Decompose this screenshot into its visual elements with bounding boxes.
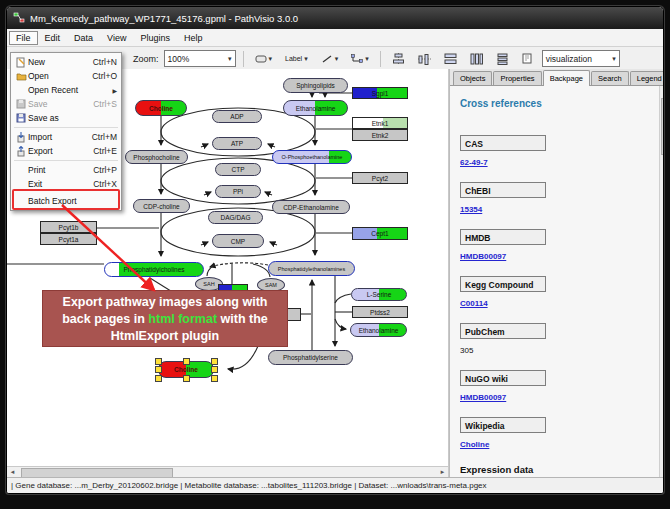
section-header-chebi: ChEBI xyxy=(460,182,546,198)
line-icon xyxy=(321,54,333,64)
node-choline[interactable]: Choline xyxy=(135,100,187,116)
node-cmp[interactable]: CMP xyxy=(212,234,264,248)
link-wikipedia[interactable]: Choline xyxy=(460,440,664,449)
menu-separator xyxy=(14,160,118,161)
node-ctp[interactable]: CTP xyxy=(215,163,261,176)
menu-data[interactable]: Data xyxy=(67,31,100,45)
link-chebi[interactable]: 15354 xyxy=(460,205,664,214)
menu-item-print[interactable]: Print Ctrl+P xyxy=(11,163,121,177)
datanode-button[interactable]: ▾ xyxy=(251,52,277,66)
node-l-serine[interactable]: L-Serine xyxy=(351,288,407,301)
side-panel-tabs: Objects Properties Backpage Search Legen… xyxy=(450,69,664,86)
submenu-arrow-icon: ▶ xyxy=(112,87,117,94)
menu-item-save-as[interactable]: Save as xyxy=(11,111,121,125)
selection-handle[interactable] xyxy=(211,375,218,382)
label-button[interactable]: Label ▾ xyxy=(281,53,312,65)
gene-pcyt2[interactable]: Pcyt2 xyxy=(352,172,408,184)
annotation-callout: Export pathway images along with back pa… xyxy=(42,290,288,347)
menu-item-label: Open Recent xyxy=(28,85,112,95)
tab-properties[interactable]: Properties xyxy=(493,71,541,85)
gene-etnk1[interactable]: Etnk1 xyxy=(352,117,408,129)
gene-pcyt1b[interactable]: Pcyt1b xyxy=(40,221,97,233)
menu-item-new[interactable]: New Ctrl+N xyxy=(11,55,121,69)
backpage-panel: Cross references CAS 62-49-7 ChEBI 15354… xyxy=(450,86,664,478)
link-hmdb[interactable]: HMDB00097 xyxy=(460,252,664,261)
menu-item-shortcut: Ctrl+S xyxy=(93,99,117,109)
panel-scrollbar[interactable] xyxy=(659,86,664,478)
node-ethanolamine-2[interactable]: Ethanolamine xyxy=(350,323,407,337)
common-height-button[interactable] xyxy=(466,51,487,67)
gene-ptdss2[interactable]: Ptdss2 xyxy=(352,306,408,318)
scroll-right-arrow[interactable]: ► xyxy=(437,468,448,477)
zoom-combobox[interactable]: 100% ▾ xyxy=(164,50,236,67)
selection-handle[interactable] xyxy=(211,366,218,373)
selection-handle[interactable] xyxy=(155,358,162,365)
link-nugo[interactable]: HMDB00097 xyxy=(460,393,664,402)
chevron-down-icon[interactable]: ▾ xyxy=(228,55,232,63)
node-ethanolamine[interactable]: Ethanolamine xyxy=(283,100,348,116)
node-atp[interactable]: ATP xyxy=(212,137,262,150)
menu-item-label: Save as xyxy=(28,113,117,123)
link-kegg[interactable]: C00114 xyxy=(460,299,664,308)
node-dag[interactable]: DAG/DAG xyxy=(208,211,263,224)
node-phosphatidylethanolamines[interactable]: Phosphatidylethanolamines xyxy=(268,261,355,276)
stack-button[interactable] xyxy=(492,51,513,67)
menu-edit[interactable]: Edit xyxy=(38,31,68,45)
menu-item-label: Export xyxy=(28,146,93,156)
export-icon xyxy=(14,146,28,157)
menu-item-export[interactable]: Export Ctrl+E xyxy=(11,144,121,158)
menu-item-shortcut: Ctrl+P xyxy=(93,165,117,175)
node-phosphocholine[interactable]: Phosphocholine xyxy=(125,150,188,164)
selection-handle[interactable] xyxy=(183,375,190,382)
node-phosphatidylserine[interactable]: Phosphatidylserine xyxy=(268,350,353,365)
tab-search[interactable]: Search xyxy=(591,71,629,85)
menu-file[interactable]: File xyxy=(9,31,38,45)
node-o-phosphoethanolamine[interactable]: O-Phosphoethanolamine xyxy=(272,150,352,164)
menu-item-save: Save Ctrl+S xyxy=(11,97,121,111)
selection-handle[interactable] xyxy=(155,375,162,382)
menu-item-shortcut: Ctrl+M xyxy=(92,132,117,142)
chevron-down-icon[interactable]: ▾ xyxy=(612,55,616,63)
toolbar-separator xyxy=(243,51,244,67)
node-adp[interactable]: ADP xyxy=(212,110,262,123)
selection-handle[interactable] xyxy=(183,358,190,365)
selection-handle[interactable] xyxy=(155,366,162,373)
gene-sgpl1[interactable]: Sgpl1 xyxy=(352,87,408,99)
selection-handle[interactable] xyxy=(211,358,218,365)
chevron-down-icon: ▾ xyxy=(335,55,339,63)
menu-plugins[interactable]: Plugins xyxy=(133,31,177,45)
file-menu-popup: New Ctrl+N Open Ctrl+O Open Recent ▶ Sav… xyxy=(10,52,122,211)
tab-objects[interactable]: Objects xyxy=(453,71,492,85)
panel-scroll-thumb[interactable] xyxy=(661,98,664,155)
node-sphingolipids[interactable]: Sphingolipids xyxy=(283,78,348,93)
node-phosphatidylcholines[interactable]: Phosphatidylcholines xyxy=(104,262,204,277)
menu-item-label: Exit xyxy=(28,179,93,189)
menu-help[interactable]: Help xyxy=(177,31,210,45)
title-bar[interactable]: Mm_Kennedy_pathway_WP1771_45176.gpml - P… xyxy=(7,7,663,29)
line-button[interactable]: ▾ xyxy=(317,52,343,66)
template-button[interactable] xyxy=(518,51,537,66)
node-cdp-ethanolamine[interactable]: CDP-Ethanolamine xyxy=(272,200,350,214)
align-center-icon xyxy=(392,53,405,65)
menu-item-open-recent[interactable]: Open Recent ▶ xyxy=(11,83,121,97)
common-width-button[interactable] xyxy=(440,51,461,67)
tab-legend[interactable]: Legend xyxy=(630,71,664,85)
node-ppi[interactable]: PPi xyxy=(215,185,261,198)
align-center-button[interactable] xyxy=(388,51,409,67)
gene-pcyt1a[interactable]: Pcyt1a xyxy=(40,233,97,245)
gene-cept1[interactable]: Cept1 xyxy=(352,227,408,240)
align-middle-button[interactable] xyxy=(414,51,435,67)
node-cdp-choline[interactable]: CDP-choline xyxy=(133,199,190,213)
window-title: Mm_Kennedy_pathway_WP1771_45176.gpml - P… xyxy=(30,13,298,24)
tab-backpage[interactable]: Backpage xyxy=(543,70,590,86)
menu-item-shortcut: Ctrl+E xyxy=(93,146,117,156)
scroll-left-arrow[interactable]: ◄ xyxy=(7,468,18,477)
menu-view[interactable]: View xyxy=(100,31,133,45)
connector-button[interactable]: ▾ xyxy=(347,52,373,66)
gene-etnk2[interactable]: Etnk2 xyxy=(352,129,408,141)
chevron-down-icon: ▾ xyxy=(365,55,369,63)
menu-item-open[interactable]: Open Ctrl+O xyxy=(11,69,121,83)
menu-item-import[interactable]: Import Ctrl+M xyxy=(11,130,121,144)
visualization-combobox[interactable]: visualization ▾ xyxy=(542,50,620,67)
link-cas[interactable]: 62-49-7 xyxy=(460,158,664,167)
